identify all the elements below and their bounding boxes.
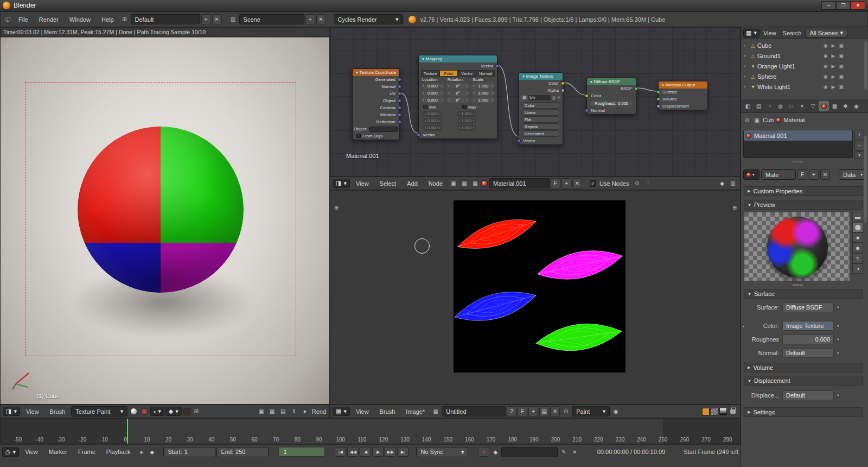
keying-set-icon[interactable]: ◆: [490, 447, 500, 457]
socket[interactable]: [561, 89, 565, 92]
autokey-mode-icon[interactable]: ◆: [147, 447, 157, 457]
rot-y[interactable]: 0°: [446, 90, 470, 96]
properties-scrollbar[interactable]: [864, 136, 867, 223]
jump-to-end-button[interactable]: ▶|: [397, 447, 409, 457]
viewport-3d[interactable]: Time:00:03.02 | Mem:12.31M, Peak:15.27M …: [0, 27, 330, 405]
visibility-icon[interactable]: ◉: [824, 74, 828, 79]
info-icon[interactable]: ⓘ: [3, 15, 12, 24]
current-frame-field[interactable]: 1: [278, 447, 325, 457]
menu-frame[interactable]: Frame: [73, 449, 100, 455]
color-space-select[interactable]: Color: [521, 102, 560, 109]
extension-select[interactable]: Repeat: [521, 123, 560, 130]
play-reverse-button[interactable]: ◀: [360, 447, 371, 457]
display-filter-selector[interactable]: All Scenes ▾: [805, 29, 847, 37]
mode-point[interactable]: Point: [439, 70, 458, 77]
scene-icon[interactable]: ▥: [228, 15, 238, 24]
object-field[interactable]: [369, 127, 398, 132]
menu-image[interactable]: Image*: [401, 408, 430, 415]
scale-x[interactable]: 1.000: [471, 83, 495, 89]
outliner-tree[interactable]: • △ Cube ◉▶▣ • △ Ground1 ◉▶▣ • ✦ Orange …: [741, 39, 868, 100]
play-button[interactable]: ▶: [372, 447, 384, 457]
end-frame-field[interactable]: End: 250: [216, 447, 269, 457]
visibility-icon[interactable]: ◉: [824, 64, 828, 69]
menu-add[interactable]: Add: [402, 180, 423, 187]
renderability-icon[interactable]: ▣: [839, 43, 844, 48]
tab-modifiers[interactable]: ✦: [797, 101, 807, 111]
image-users-count[interactable]: 2: [552, 96, 556, 100]
insert-keyframe-icon[interactable]: ✎: [559, 447, 569, 457]
use-nodes-checkbox[interactable]: ✓: [590, 180, 596, 187]
loc-x[interactable]: 0.000: [421, 83, 444, 89]
fake-user-button[interactable]: F: [518, 406, 527, 416]
record-icon[interactable]: ●: [300, 407, 310, 416]
mode-vector[interactable]: Vector: [458, 70, 476, 77]
menu-select[interactable]: Select: [375, 180, 401, 187]
selectability-icon[interactable]: ▶: [832, 64, 835, 69]
snap-icon[interactable]: ◆: [717, 179, 727, 188]
node-editor[interactable]: Texture Coordinate Generated Normal UV O…: [330, 27, 741, 176]
menu-view[interactable]: View: [351, 180, 374, 187]
tab-render-layers[interactable]: ▤: [754, 101, 764, 111]
visibility-icon[interactable]: ◉: [824, 84, 828, 90]
max-y[interactable]: 1.000: [457, 118, 476, 124]
node-texture-coordinate[interactable]: Texture Coordinate Generated Normal UV O…: [352, 68, 400, 140]
section-custom-properties[interactable]: ▶ Custom Properties: [744, 186, 863, 196]
outliner-scrollbar[interactable]: [864, 41, 867, 90]
node-header[interactable]: Mapping: [419, 55, 497, 62]
image-icon[interactable]: ▦: [521, 95, 527, 100]
socket[interactable]: [398, 113, 401, 117]
timeline-ruler[interactable]: -50-40-30-20-100102030405060708090100110…: [0, 418, 741, 444]
menu-node[interactable]: Node: [424, 180, 448, 187]
visibility-icon[interactable]: ◉: [824, 53, 828, 59]
outliner-item-white-light1[interactable]: • ✦ White Light1 ◉▶▣: [741, 81, 868, 92]
remove-slot-button[interactable]: −: [854, 141, 864, 151]
menu-brush[interactable]: Brush: [375, 408, 400, 415]
mode-texture[interactable]: Texture: [421, 70, 439, 77]
gradient-icon[interactable]: [719, 408, 727, 415]
socket[interactable]: [656, 97, 660, 101]
node-header[interactable]: Image Texture: [519, 73, 563, 80]
interpolation-select[interactable]: Linear: [521, 109, 560, 116]
visibility-icon[interactable]: ◉: [824, 43, 828, 48]
node-image-texture[interactable]: Image Texture Color Alpha ▦ Un 2 ✕ Color…: [519, 72, 563, 145]
material-slot-list[interactable]: Material.001: [743, 130, 853, 158]
scale-y[interactable]: 1.000: [471, 90, 495, 96]
keying-set-field[interactable]: [501, 447, 558, 457]
socket[interactable]: [417, 133, 420, 137]
normal-input-selector[interactable]: Default: [782, 348, 834, 358]
disclosure-dot[interactable]: •: [741, 84, 749, 89]
minimize-button[interactable]: ─: [821, 1, 836, 10]
socket[interactable]: [398, 120, 401, 124]
selectability-icon[interactable]: ▶: [832, 74, 835, 79]
preview-sky-button[interactable]: ◑: [852, 263, 863, 274]
shader-type-icon[interactable]: ▣: [449, 179, 458, 188]
color-input-selector[interactable]: Image Texture: [782, 321, 834, 331]
node-header[interactable]: Material Output: [659, 81, 707, 89]
uv-color-swatch-icon[interactable]: [702, 408, 710, 415]
section-preview[interactable]: ▼ Preview: [744, 200, 863, 210]
min-x[interactable]: 0.000: [423, 111, 442, 117]
preview-cube-button[interactable]: ■: [852, 232, 863, 243]
section-displacement[interactable]: ▼ Displacement: [744, 376, 863, 386]
loc-y[interactable]: 0.000: [421, 90, 444, 96]
disclosure-dot[interactable]: •: [741, 64, 749, 68]
renderability-icon[interactable]: ▣: [839, 53, 844, 59]
maximize-button[interactable]: ❐: [836, 1, 851, 10]
roughness-field[interactable]: Roughness: 0.000: [590, 100, 633, 106]
next-keyframe-button[interactable]: ▶▶: [385, 447, 396, 457]
pin-icon[interactable]: ⊙: [561, 407, 571, 416]
loc-z[interactable]: 0.000: [421, 97, 444, 103]
tab-texture[interactable]: ▩: [829, 101, 840, 111]
socket[interactable]: [585, 109, 589, 112]
pause-icon[interactable]: ‖: [289, 407, 299, 416]
new-image-button[interactable]: +: [528, 406, 538, 416]
max-checkbox[interactable]: [462, 105, 467, 109]
menu-view[interactable]: View: [20, 449, 43, 455]
delete-layout-button[interactable]: ✕: [212, 14, 222, 24]
editor-type-selector[interactable]: ▦ ▾: [743, 29, 760, 37]
section-settings[interactable]: ▶ Settings: [744, 407, 863, 417]
selectability-icon[interactable]: ▶: [832, 84, 835, 90]
unlink-image-button[interactable]: ✕: [550, 406, 560, 416]
renderability-icon[interactable]: ▣: [839, 74, 844, 79]
add-scene-button[interactable]: +: [305, 14, 315, 24]
